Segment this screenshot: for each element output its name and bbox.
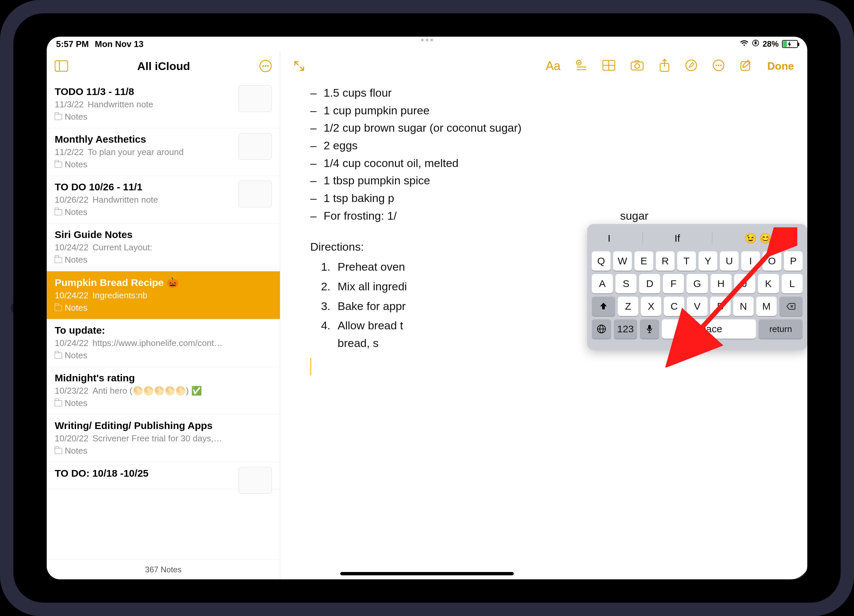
- battery-icon: [782, 40, 798, 48]
- battery-percent: 28%: [762, 40, 779, 49]
- note-list-item[interactable]: TO DO 10/26 - 11/1 10/26/22Handwritten n…: [47, 176, 280, 224]
- key-p[interactable]: P: [784, 251, 803, 271]
- key-e[interactable]: E: [634, 251, 653, 271]
- more-icon[interactable]: [712, 59, 724, 73]
- svg-point-22: [720, 65, 721, 66]
- svg-rect-2: [55, 61, 68, 71]
- status-time: 5:57 PM: [56, 39, 89, 49]
- suggestion-1[interactable]: I: [608, 231, 610, 246]
- floating-keyboard[interactable]: I If 😉 😊 ☺️ QWERTYUIOP ASDFGHJKL: [587, 224, 807, 350]
- multitask-dots[interactable]: [421, 37, 433, 41]
- done-button[interactable]: Done: [767, 60, 794, 72]
- key-b[interactable]: B: [710, 297, 730, 316]
- wifi-icon: [740, 40, 749, 49]
- dictation-key[interactable]: [640, 319, 659, 339]
- keyboard-drag-handle[interactable]: [687, 342, 707, 345]
- key-u[interactable]: U: [720, 251, 738, 271]
- format-icon[interactable]: Aa: [546, 59, 560, 73]
- note-editor: Aa Done 1.5 cups flour1 cup pumpkin pure…: [280, 51, 807, 579]
- suggestion-emojis[interactable]: 😉 😊 ☺️: [744, 231, 787, 246]
- key-c[interactable]: C: [664, 297, 684, 316]
- key-w[interactable]: W: [613, 251, 632, 271]
- key-o[interactable]: O: [762, 251, 781, 271]
- svg-point-18: [686, 60, 697, 71]
- key-z[interactable]: Z: [618, 297, 638, 316]
- return-key[interactable]: return: [759, 319, 803, 339]
- expand-icon[interactable]: [294, 60, 305, 71]
- page-curl: [784, 556, 807, 579]
- ingredient-item: 1 cup pumpkin puree: [323, 102, 787, 119]
- suggestion-2[interactable]: If: [674, 231, 680, 246]
- note-list-item[interactable]: Siri Guide Notes 10/24/22Current Layout:…: [47, 224, 280, 271]
- editor-toolbar: Aa Done: [280, 51, 807, 81]
- key-g[interactable]: G: [686, 274, 708, 294]
- svg-point-5: [262, 65, 264, 67]
- home-indicator[interactable]: [340, 572, 514, 575]
- sidebar-footer: 367 Notes: [47, 559, 280, 579]
- key-x[interactable]: X: [641, 297, 661, 316]
- note-list-item[interactable]: Monthly Aesthetics 11/2/22To plan your y…: [47, 128, 280, 176]
- key-s[interactable]: S: [616, 274, 636, 294]
- text-cursor: [310, 358, 787, 375]
- key-y[interactable]: Y: [698, 251, 717, 271]
- ingredient-item: 2 eggs: [323, 137, 787, 154]
- svg-point-20: [715, 65, 717, 66]
- ingredient-item: 1 tbsp pumpkin spice: [323, 172, 787, 189]
- note-list-item[interactable]: TODO 11/3 - 11/8 11/3/22Handwritten note…: [47, 81, 280, 128]
- compose-icon[interactable]: [740, 59, 752, 73]
- svg-rect-27: [648, 325, 651, 330]
- note-list-item[interactable]: Pumpkin Bread Recipe 🎃 10/24/22Ingredien…: [47, 271, 280, 319]
- svg-rect-1: [755, 42, 756, 44]
- key-a[interactable]: A: [592, 274, 613, 294]
- ipad-frame: 5:57 PM Mon Nov 13 28%: [0, 0, 854, 616]
- checklist-icon[interactable]: [576, 60, 587, 72]
- camera-icon[interactable]: [630, 60, 644, 72]
- table-icon[interactable]: [602, 60, 615, 72]
- note-list-item[interactable]: Writing/ Editing/ Publishing Apps 10/20/…: [47, 415, 280, 462]
- key-l[interactable]: L: [782, 274, 803, 294]
- svg-rect-14: [631, 62, 643, 70]
- status-bar: 5:57 PM Mon Nov 13 28%: [47, 37, 807, 51]
- screen: 5:57 PM Mon Nov 13 28%: [47, 37, 807, 579]
- share-icon[interactable]: [659, 59, 670, 73]
- ingredient-item: 1/4 cup coconut oil, melted: [323, 154, 787, 172]
- key-r[interactable]: R: [656, 251, 674, 271]
- space-key[interactable]: space: [662, 319, 756, 339]
- note-list-item[interactable]: TO DO: 10/18 -10/25: [47, 462, 280, 489]
- sidebar-more-icon[interactable]: [259, 60, 272, 72]
- ipad-bezel: 5:57 PM Mon Nov 13 28%: [13, 13, 841, 603]
- markup-icon[interactable]: [685, 59, 697, 73]
- numbers-key[interactable]: 123: [614, 319, 637, 339]
- ingredients-list: 1.5 cups flour1 cup pumpkin puree1/2 cup…: [310, 84, 787, 225]
- status-date: Mon Nov 13: [95, 39, 143, 49]
- notes-sidebar: All iCloud TODO 11/3 - 11/8 11/3/22Handw…: [47, 51, 280, 579]
- key-n[interactable]: N: [733, 297, 753, 316]
- orientation-lock-icon: [752, 40, 759, 49]
- svg-point-15: [635, 64, 639, 68]
- ingredient-item: 1/2 cup brown sugar (or coconut sugar): [323, 119, 787, 137]
- shift-key[interactable]: [592, 297, 615, 316]
- globe-key[interactable]: [592, 319, 611, 339]
- key-q[interactable]: Q: [592, 251, 610, 271]
- key-v[interactable]: V: [687, 297, 707, 316]
- key-h[interactable]: H: [711, 274, 732, 294]
- key-d[interactable]: D: [639, 274, 660, 294]
- key-j[interactable]: J: [734, 274, 755, 294]
- note-content[interactable]: 1.5 cups flour1 cup pumpkin puree1/2 cup…: [280, 81, 807, 579]
- ingredient-item: For frosting: 1/ sugar: [323, 207, 787, 225]
- key-t[interactable]: T: [677, 251, 696, 271]
- sidebar-toggle-icon[interactable]: [55, 60, 68, 71]
- svg-point-6: [265, 65, 267, 67]
- key-f[interactable]: F: [663, 274, 684, 294]
- note-list-item[interactable]: Midnight's rating 10/23/22Anti hero (🌕🌕🌕…: [47, 367, 280, 415]
- key-i[interactable]: I: [741, 251, 760, 271]
- svg-point-7: [267, 65, 269, 67]
- key-k[interactable]: K: [758, 274, 779, 294]
- backspace-key[interactable]: [779, 297, 803, 316]
- notes-list[interactable]: TODO 11/3 - 11/8 11/3/22Handwritten note…: [47, 81, 280, 559]
- ingredient-item: 1.5 cups flour: [323, 84, 787, 102]
- key-m[interactable]: M: [756, 297, 776, 316]
- svg-point-21: [718, 65, 719, 66]
- note-list-item[interactable]: To update: 10/24/22https://www.iphonelif…: [47, 319, 280, 367]
- keyboard-suggestions: I If 😉 😊 ☺️: [592, 229, 803, 248]
